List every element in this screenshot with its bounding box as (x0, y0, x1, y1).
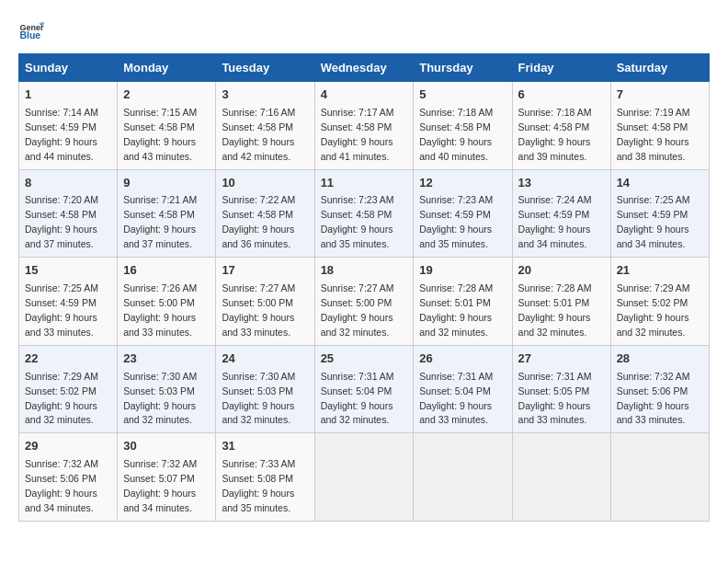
day-daylight: Daylight: 9 hours and 33 minutes. (25, 312, 97, 338)
day-number: 24 (222, 350, 308, 368)
calendar-week-row: 29 Sunrise: 7:32 AM Sunset: 5:06 PM Dayl… (19, 433, 710, 522)
day-sunset: Sunset: 4:59 PM (518, 209, 590, 220)
day-sunrise: Sunrise: 7:28 AM (419, 282, 493, 293)
day-daylight: Daylight: 9 hours and 34 minutes. (123, 488, 196, 513)
day-sunrise: Sunrise: 7:18 AM (518, 107, 592, 118)
logo-icon: General Blue (18, 18, 44, 44)
day-daylight: Daylight: 9 hours and 33 minutes. (617, 400, 689, 426)
day-sunset: Sunset: 4:58 PM (321, 209, 392, 220)
day-daylight: Daylight: 9 hours and 32 minutes. (321, 312, 393, 338)
day-sunset: Sunset: 4:58 PM (518, 121, 590, 132)
day-number: 12 (419, 175, 506, 192)
day-sunrise: Sunrise: 7:23 AM (321, 194, 394, 205)
calendar-day-cell: 12 Sunrise: 7:23 AM Sunset: 4:59 PM Dayl… (414, 169, 512, 258)
day-number: 29 (25, 438, 111, 455)
calendar-day-cell: 22 Sunrise: 7:29 AM Sunset: 5:02 PM Dayl… (19, 345, 118, 433)
calendar-day-cell: 30 Sunrise: 7:32 AM Sunset: 5:07 PM Dayl… (118, 433, 216, 522)
day-number: 27 (518, 350, 605, 368)
day-number: 28 (617, 350, 703, 368)
calendar-day-cell: 11 Sunrise: 7:23 AM Sunset: 4:58 PM Dayl… (314, 169, 414, 258)
calendar-day-cell: 29 Sunrise: 7:32 AM Sunset: 5:06 PM Dayl… (19, 433, 118, 522)
day-sunset: Sunset: 4:58 PM (222, 121, 293, 132)
day-daylight: Daylight: 9 hours and 32 minutes. (617, 312, 689, 338)
day-sunrise: Sunrise: 7:26 AM (123, 282, 197, 293)
day-sunrise: Sunrise: 7:31 AM (419, 371, 493, 382)
calendar-day-cell: 6 Sunrise: 7:18 AM Sunset: 4:58 PM Dayli… (512, 82, 610, 170)
day-daylight: Daylight: 9 hours and 35 minutes. (419, 224, 492, 249)
day-sunset: Sunset: 5:07 PM (123, 473, 195, 484)
day-sunset: Sunset: 4:59 PM (617, 209, 688, 220)
calendar-day-cell (314, 433, 414, 522)
day-sunrise: Sunrise: 7:24 AM (518, 194, 592, 205)
day-sunrise: Sunrise: 7:25 AM (617, 194, 690, 205)
day-number: 1 (25, 86, 111, 104)
day-daylight: Daylight: 9 hours and 44 minutes. (25, 136, 97, 162)
day-sunset: Sunset: 5:02 PM (25, 385, 97, 396)
day-sunrise: Sunrise: 7:21 AM (123, 194, 197, 205)
day-sunrise: Sunrise: 7:19 AM (617, 107, 690, 118)
day-sunset: Sunset: 5:03 PM (222, 385, 293, 396)
day-sunset: Sunset: 5:08 PM (222, 473, 293, 484)
day-sunrise: Sunrise: 7:17 AM (321, 107, 394, 118)
day-sunset: Sunset: 5:00 PM (222, 297, 293, 308)
calendar-day-cell: 10 Sunrise: 7:22 AM Sunset: 4:58 PM Dayl… (216, 169, 314, 258)
logo: General Blue (18, 18, 48, 44)
day-number: 2 (123, 86, 210, 104)
day-sunrise: Sunrise: 7:23 AM (419, 194, 493, 205)
day-sunrise: Sunrise: 7:28 AM (518, 282, 592, 293)
day-daylight: Daylight: 9 hours and 32 minutes. (25, 400, 97, 426)
calendar-day-cell: 26 Sunrise: 7:31 AM Sunset: 5:04 PM Dayl… (414, 345, 512, 433)
day-sunrise: Sunrise: 7:31 AM (518, 371, 592, 382)
day-daylight: Daylight: 9 hours and 41 minutes. (321, 136, 393, 162)
day-sunset: Sunset: 5:01 PM (518, 297, 590, 308)
calendar-day-cell: 23 Sunrise: 7:30 AM Sunset: 5:03 PM Dayl… (118, 345, 216, 433)
calendar-day-cell: 20 Sunrise: 7:28 AM Sunset: 5:01 PM Dayl… (512, 258, 610, 346)
day-number: 16 (123, 262, 210, 280)
weekday-header-saturday: Saturday (610, 54, 709, 82)
day-number: 21 (617, 262, 703, 280)
calendar-day-cell: 4 Sunrise: 7:17 AM Sunset: 4:58 PM Dayli… (314, 82, 414, 170)
day-number: 7 (617, 86, 703, 104)
day-sunset: Sunset: 5:00 PM (123, 297, 195, 308)
day-sunrise: Sunrise: 7:27 AM (222, 282, 295, 293)
calendar-day-cell: 27 Sunrise: 7:31 AM Sunset: 5:05 PM Dayl… (512, 345, 610, 433)
day-sunset: Sunset: 4:58 PM (321, 121, 392, 132)
calendar-day-cell: 18 Sunrise: 7:27 AM Sunset: 5:00 PM Dayl… (314, 258, 414, 346)
calendar-day-cell: 7 Sunrise: 7:19 AM Sunset: 4:58 PM Dayli… (610, 82, 709, 170)
day-sunrise: Sunrise: 7:29 AM (25, 371, 98, 382)
day-daylight: Daylight: 9 hours and 34 minutes. (518, 224, 591, 249)
calendar-table: SundayMondayTuesdayWednesdayThursdayFrid… (18, 53, 710, 522)
day-number: 30 (123, 438, 210, 455)
calendar-day-cell: 5 Sunrise: 7:18 AM Sunset: 4:58 PM Dayli… (414, 82, 512, 170)
weekday-header-monday: Monday (118, 54, 216, 82)
day-number: 19 (419, 262, 506, 280)
day-sunset: Sunset: 5:01 PM (419, 297, 491, 308)
calendar-day-cell: 8 Sunrise: 7:20 AM Sunset: 4:58 PM Dayli… (19, 169, 118, 258)
weekday-header-sunday: Sunday (19, 54, 118, 82)
day-sunrise: Sunrise: 7:32 AM (617, 371, 690, 382)
day-sunset: Sunset: 4:58 PM (123, 209, 195, 220)
weekday-header-row: SundayMondayTuesdayWednesdayThursdayFrid… (19, 54, 710, 82)
day-sunset: Sunset: 5:06 PM (617, 385, 688, 396)
day-sunset: Sunset: 5:05 PM (518, 385, 590, 396)
weekday-header-wednesday: Wednesday (314, 54, 414, 82)
day-daylight: Daylight: 9 hours and 33 minutes. (123, 312, 196, 338)
day-sunrise: Sunrise: 7:30 AM (222, 371, 295, 382)
day-sunrise: Sunrise: 7:20 AM (25, 194, 98, 205)
day-sunset: Sunset: 4:58 PM (419, 121, 491, 132)
calendar-day-cell: 19 Sunrise: 7:28 AM Sunset: 5:01 PM Dayl… (414, 258, 512, 346)
day-daylight: Daylight: 9 hours and 39 minutes. (518, 136, 591, 162)
day-daylight: Daylight: 9 hours and 33 minutes. (518, 400, 591, 426)
day-daylight: Daylight: 9 hours and 32 minutes. (419, 312, 492, 338)
day-number: 15 (25, 262, 111, 280)
day-sunset: Sunset: 5:00 PM (321, 297, 392, 308)
day-number: 10 (222, 175, 308, 192)
svg-text:Blue: Blue (19, 29, 40, 40)
calendar-week-row: 1 Sunrise: 7:14 AM Sunset: 4:59 PM Dayli… (19, 82, 710, 170)
day-daylight: Daylight: 9 hours and 36 minutes. (222, 224, 294, 249)
day-daylight: Daylight: 9 hours and 42 minutes. (222, 136, 294, 162)
day-sunset: Sunset: 5:04 PM (419, 385, 491, 396)
day-number: 23 (123, 350, 210, 368)
day-sunset: Sunset: 4:58 PM (222, 209, 293, 220)
calendar-day-cell (610, 433, 709, 522)
